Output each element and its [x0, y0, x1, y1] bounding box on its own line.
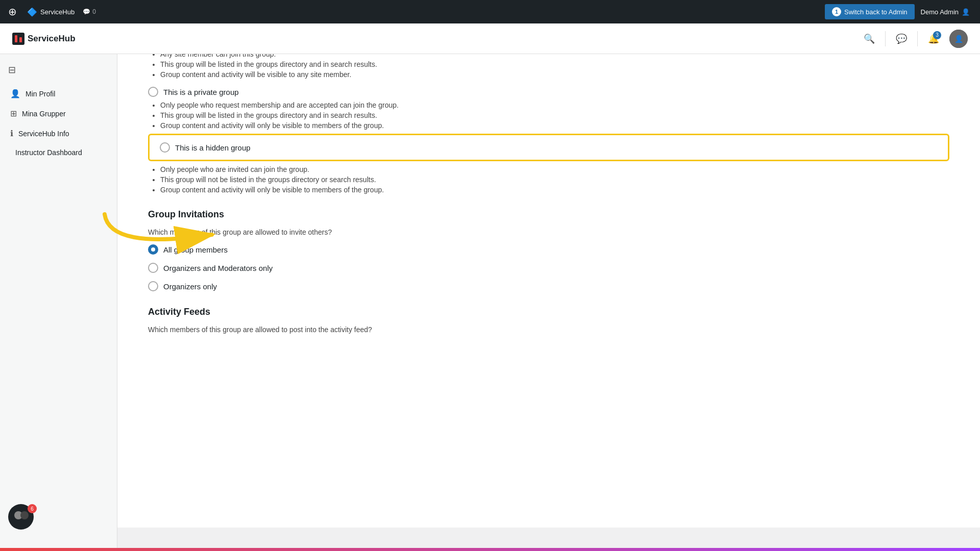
admin-bar-left: ⊕ 🔷 ServiceHub 💬 0: [6, 4, 817, 20]
organizers-moderators-radio[interactable]: [148, 263, 158, 273]
all-members-option[interactable]: All group members: [148, 244, 949, 255]
activity-feeds-title: Activity Feeds: [148, 307, 949, 317]
sidebar-item-profil[interactable]: 👤 Min Profil: [0, 84, 117, 104]
organizers-only-label: Organizers only: [163, 282, 217, 291]
admin-avatar-icon: 👤: [962, 8, 970, 16]
site-name-label: ServiceHub: [28, 34, 76, 44]
sidebar-nav: 👤 Min Profil ⊞ Mina Grupper ℹ ServiceHub…: [0, 84, 117, 162]
divider: [885, 31, 886, 46]
comments-link[interactable]: 💬 0: [83, 8, 96, 15]
activity-feeds-question: Which members of this group are allowed …: [148, 325, 949, 334]
sidebar: ⊟ 👤 Min Profil ⊞ Mina Grupper ℹ ServiceH…: [0, 54, 117, 551]
top-bar: ServiceHub 🔍 💬 🔔 3 👤: [0, 23, 980, 54]
search-button[interactable]: 🔍: [864, 33, 875, 44]
group-invitations-title: Group Invitations: [148, 209, 949, 220]
switch-badge: 1: [832, 7, 841, 16]
sidebar-label-info: ServiceHub Info: [18, 130, 69, 138]
private-group-option[interactable]: This is a private group: [148, 87, 949, 97]
search-icon: 🔍: [864, 34, 875, 44]
avatar[interactable]: 👤: [949, 30, 968, 48]
sidebar-toggle[interactable]: ⊟: [0, 64, 117, 84]
hidden-group-label: This is a hidden group: [175, 143, 251, 152]
logo-icon: [12, 33, 24, 45]
sidebar-item-grupper[interactable]: ⊞ Mina Grupper: [0, 104, 117, 123]
sidebar-item-info[interactable]: ℹ ServiceHub Info: [0, 123, 117, 143]
organizers-only-option[interactable]: Organizers only: [148, 281, 949, 291]
messages-icon: 💬: [896, 34, 907, 44]
hidden-group-option[interactable]: This is a hidden group: [148, 134, 949, 161]
hidden-bullet-2: This group will not be listed in the gro…: [160, 176, 949, 184]
public-bullet-3: Group content and activity will be visib…: [160, 70, 949, 79]
notifications-button[interactable]: 🔔 3: [928, 33, 939, 44]
all-members-radio[interactable]: [148, 244, 158, 255]
hidden-bullet-3: Group content and activity will only be …: [160, 186, 949, 194]
private-group-radio[interactable]: [148, 87, 158, 97]
admin-bar-right: 1 Switch back to Admin Demo Admin 👤: [825, 4, 974, 19]
svg-point-1: [20, 511, 29, 519]
wordpress-icon[interactable]: ⊕: [6, 4, 19, 20]
admin-site-name[interactable]: 🔷 ServiceHub: [27, 7, 75, 17]
main-content: Any site member can join this group. Thi…: [117, 31, 980, 528]
user-notification-badge: 6: [28, 504, 37, 513]
sidebar-label-profil: Min Profil: [26, 90, 55, 98]
admin-bar: ⊕ 🔷 ServiceHub 💬 0 1 Switch back to Admi…: [0, 0, 980, 23]
hidden-group-radio[interactable]: [160, 142, 170, 153]
sidebar-item-instructor[interactable]: Instructor Dashboard: [0, 143, 117, 162]
private-group-label: This is a private group: [163, 88, 239, 96]
private-bullet-2: This group will be listed in the groups …: [160, 111, 949, 119]
notification-badge: 3: [933, 31, 941, 39]
groups-icon: ⊞: [10, 109, 17, 118]
logo-bar-left: [15, 35, 17, 42]
public-bullet-2: This group will be listed in the groups …: [160, 60, 949, 68]
info-icon: ℹ: [10, 129, 13, 138]
switch-back-button[interactable]: 1 Switch back to Admin: [825, 4, 915, 19]
messages-button[interactable]: 💬: [896, 33, 907, 44]
organizers-moderators-label: Organizers and Moderators only: [163, 264, 273, 272]
organizers-only-radio[interactable]: [148, 281, 158, 291]
site-logo[interactable]: ServiceHub: [12, 33, 76, 45]
sidebar-label-grupper: Mina Grupper: [22, 110, 66, 118]
profile-icon: 👤: [10, 89, 20, 98]
avatar-image: 👤: [949, 30, 968, 48]
sidebar-bottom: 6: [0, 496, 117, 541]
all-members-label: All group members: [163, 245, 228, 254]
hidden-group-bullets: Only people who are invited can join the…: [148, 165, 949, 194]
divider2: [917, 31, 918, 46]
public-group-bullets: Any site member can join this group. Thi…: [148, 50, 949, 79]
invitations-question: Which members of this group are allowed …: [148, 228, 949, 236]
footer-bar: [0, 548, 980, 551]
organizers-moderators-option[interactable]: Organizers and Moderators only: [148, 263, 949, 273]
sidebar-label-instructor: Instructor Dashboard: [15, 148, 82, 157]
private-bullet-1: Only people who request membership and a…: [160, 101, 949, 109]
top-bar-actions: 🔍 💬 🔔 3 👤: [864, 30, 968, 48]
user-avatar-widget[interactable]: 6: [8, 504, 37, 533]
demo-admin-menu[interactable]: Demo Admin 👤: [917, 8, 974, 16]
private-group-bullets: Only people who request membership and a…: [148, 101, 949, 130]
private-bullet-3: Group content and activity will only be …: [160, 121, 949, 130]
hidden-bullet-1: Only people who are invited can join the…: [160, 165, 949, 173]
content-area: Any site member can join this group. Thi…: [117, 31, 980, 528]
logo-bar-right: [19, 37, 22, 42]
